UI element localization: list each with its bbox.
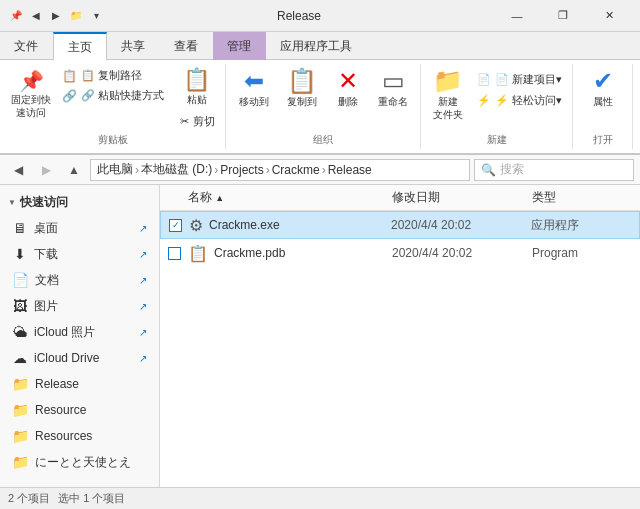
copy-to-button[interactable]: 📋 复制到	[280, 66, 324, 112]
address-path[interactable]: 此电脑 › 本地磁盘 (D:) › Projects › Crackme › R…	[90, 159, 470, 181]
pictures-label: 图片	[34, 298, 58, 315]
sidebar-item-downloads[interactable]: ⬇ 下载 ↗	[0, 241, 159, 267]
resources-folder-icon: 📁	[12, 428, 29, 444]
path-crackme[interactable]: Crackme	[272, 163, 320, 177]
copy-path-icon: 📋	[62, 69, 77, 83]
sidebar-item-icloud-drive[interactable]: ☁ iCloud Drive ↗	[0, 345, 159, 371]
file-checkbox-2[interactable]	[168, 247, 188, 260]
copy-path-button[interactable]: 📋 📋 复制路径	[58, 66, 168, 85]
pin-icon: 📌	[19, 69, 44, 93]
organize-content: ⬅ 移动到 📋 复制到 ✕ 删除	[232, 66, 414, 131]
checkbox-2[interactable]	[168, 247, 181, 260]
pin-to-quick-access-button[interactable]: 📌 固定到快速访问	[6, 66, 56, 122]
paste-shortcut-button[interactable]: 🔗 🔗 粘贴快捷方式	[58, 86, 168, 105]
file-header: 名称 ▲ 修改日期 类型	[160, 185, 640, 211]
paste-shortcut-icon: 🔗	[62, 89, 77, 103]
new-item-label: 📄 新建项目▾	[495, 72, 562, 87]
exe-icon: ⚙	[189, 216, 203, 235]
properties-button[interactable]: ✔ 属性	[581, 66, 625, 112]
search-box[interactable]: 🔍 搜索	[474, 159, 634, 181]
tab-file[interactable]: 文件	[0, 32, 53, 60]
clipboard-content: 📌 固定到快速访问 📋 📋 复制路径 🔗 🔗 粘贴快捷方式	[6, 66, 219, 131]
quick-access-header[interactable]: ▼ 快速访问	[0, 189, 159, 215]
back-button[interactable]: ◀	[6, 158, 30, 182]
new-items-col: 📄 📄 新建项目▾ ⚡ ⚡ 轻松访问▾	[473, 66, 566, 110]
tab-apptools[interactable]: 应用程序工具	[266, 32, 367, 60]
new-content: 📁 新建文件夹 📄 📄 新建项目▾ ⚡ ⚡ 轻松访问▾	[427, 66, 566, 131]
window-title: Release	[104, 9, 494, 23]
cut-button[interactable]: ✂ 剪切	[174, 112, 219, 131]
sidebar-item-icloud-photos[interactable]: 🌥 iCloud 照片 ↗	[0, 319, 159, 345]
properties-icon: ✔	[593, 69, 613, 93]
col-name-header[interactable]: 名称 ▲	[188, 189, 392, 206]
delete-button[interactable]: ✕ 删除	[328, 66, 368, 112]
address-bar: ◀ ▶ ▲ 此电脑 › 本地磁盘 (D:) › Projects › Crack…	[0, 155, 640, 185]
japanese-folder-icon: 📁	[12, 454, 29, 470]
move-label: 移动到	[239, 95, 269, 109]
folder-new-icon: 📁	[433, 69, 463, 93]
sidebar-item-pictures[interactable]: 🖼 图片 ↗	[0, 293, 159, 319]
icloud-drive-label: iCloud Drive	[34, 351, 99, 365]
sidebar-item-resources[interactable]: 📁 Resources	[0, 423, 159, 449]
title-bar: 📌 ◀ ▶ 📁 ▾ Release — ❐ ✕	[0, 0, 640, 32]
selected-count: 选中 1 个项目	[58, 491, 125, 506]
ribbon-group-clipboard: 📌 固定到快速访问 📋 📋 复制路径 🔗 🔗 粘贴快捷方式	[0, 64, 226, 149]
resource-folder-icon: 📁	[12, 402, 29, 418]
cut-icon: ✂	[180, 115, 189, 128]
up-button[interactable]: ▲	[62, 158, 86, 182]
pin-arrow: ↗	[139, 223, 151, 234]
resources-label: Resources	[35, 429, 92, 443]
sidebar: ▼ 快速访问 🖥 桌面 ↗ ⬇ 下载 ↗ 📄 文档 ↗ 🖼 图片 ↗ 🌥 iCl…	[0, 185, 160, 487]
tab-manage[interactable]: 管理	[213, 32, 266, 60]
path-disk[interactable]: 本地磁盘 (D:)	[141, 161, 212, 178]
ribbon-content: 📌 固定到快速访问 📋 📋 复制路径 🔗 🔗 粘贴快捷方式	[0, 60, 640, 154]
quick-access-btn[interactable]: ⚡ ⚡ 轻松访问▾	[473, 91, 566, 110]
forward-icon[interactable]: ▶	[48, 8, 64, 24]
back-icon[interactable]: ◀	[28, 8, 44, 24]
desktop-icon: 🖥	[12, 220, 28, 236]
rename-button[interactable]: ▭ 重命名	[372, 66, 414, 112]
tab-share[interactable]: 共享	[107, 32, 160, 60]
new-item-icon: 📄	[477, 73, 491, 86]
sidebar-item-japanese[interactable]: 📁 にーとと天使とえ	[0, 449, 159, 475]
tab-view[interactable]: 查看	[160, 32, 213, 60]
new-folder-button[interactable]: 📁 新建文件夹	[427, 66, 469, 124]
icloud-photos-icon: 🌥	[12, 324, 28, 340]
file-date-1: 2020/4/4 20:02	[391, 218, 531, 232]
quick-access-icon[interactable]: 📌	[8, 8, 24, 24]
paste-button[interactable]: 📋 粘贴	[174, 66, 219, 110]
col-date-header[interactable]: 修改日期	[392, 189, 532, 206]
path-pc[interactable]: 此电脑	[97, 161, 133, 178]
close-button[interactable]: ✕	[586, 0, 632, 32]
downloads-label: 下载	[34, 246, 58, 263]
resource-label: Resource	[35, 403, 86, 417]
path-release[interactable]: Release	[328, 163, 372, 177]
japanese-label: にーとと天使とえ	[35, 454, 131, 471]
table-row[interactable]: 📋 Crackme.pdb 2020/4/4 20:02 Program	[160, 239, 640, 267]
move-to-button[interactable]: ⬅ 移动到	[232, 66, 276, 112]
pin-arrow3: ↗	[139, 275, 151, 286]
sidebar-item-docs[interactable]: 📄 文档 ↗	[0, 267, 159, 293]
open-content: ✔ 属性	[581, 66, 625, 131]
pin-arrow2: ↗	[139, 249, 151, 260]
sidebar-item-release[interactable]: 📁 Release	[0, 371, 159, 397]
expand-icon: ▼	[8, 198, 16, 207]
file-checkbox-1[interactable]: ✓	[169, 219, 189, 232]
release-folder-icon: 📁	[12, 376, 29, 392]
new-item-button[interactable]: 📄 📄 新建项目▾	[473, 70, 566, 89]
sidebar-item-resource[interactable]: 📁 Resource	[0, 397, 159, 423]
sidebar-item-desktop[interactable]: 🖥 桌面 ↗	[0, 215, 159, 241]
path-projects[interactable]: Projects	[220, 163, 263, 177]
forward-button[interactable]: ▶	[34, 158, 58, 182]
paste-shortcut-label: 🔗 粘贴快捷方式	[81, 88, 164, 103]
maximize-button[interactable]: ❐	[540, 0, 586, 32]
icloud-drive-icon: ☁	[12, 350, 28, 366]
table-row[interactable]: ✓ ⚙ Crackme.exe 2020/4/4 20:02 应用程序	[160, 211, 640, 239]
file-area: 名称 ▲ 修改日期 类型 ✓ ⚙ Crackme.exe 2020/4/4 20…	[160, 185, 640, 487]
col-type-header[interactable]: 类型	[532, 189, 632, 206]
delete-col: ✕ 删除	[328, 66, 368, 112]
minimize-button[interactable]: —	[494, 0, 540, 32]
tab-home[interactable]: 主页	[53, 32, 107, 60]
checkbox-1[interactable]: ✓	[169, 219, 182, 232]
down-arrow-icon[interactable]: ▾	[88, 8, 104, 24]
